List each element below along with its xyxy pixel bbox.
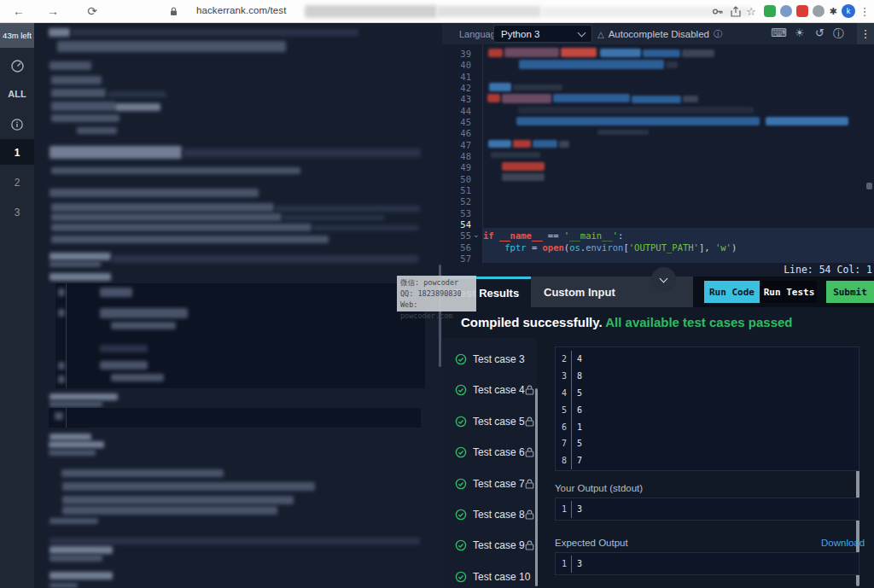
blurred-text-block (57, 41, 286, 52)
blurred-text-block (66, 283, 67, 388)
blurred-text-block (50, 401, 102, 407)
test-results-panel: Compiled successfully. All available tes… (442, 307, 874, 588)
run-tests-button[interactable]: Run Tests (761, 281, 817, 303)
browser-menu-icon[interactable]: ⋮ (859, 0, 871, 22)
language-select[interactable]: Python 3 (493, 25, 592, 43)
blurred-text-block (62, 482, 315, 491)
blurred-text-block (62, 496, 294, 504)
url-text[interactable]: hackerrank.com/test (196, 5, 286, 15)
language-value: Python 3 (501, 29, 539, 39)
blurred-text-block (50, 555, 102, 562)
blurred-text-block (55, 412, 63, 420)
test-case-row[interactable]: Test case 9 (442, 531, 537, 560)
testlist-scrollbar[interactable] (535, 388, 538, 586)
submit-button[interactable]: Submit (826, 281, 874, 303)
row-line-number: 3 (556, 368, 572, 385)
gutter-line-number: 47 (442, 140, 471, 151)
code-token: if (483, 230, 499, 241)
test-case-row[interactable]: Test case 8 (442, 500, 537, 529)
bookmark-star-icon[interactable]: ☆ (744, 0, 758, 22)
test-case-label: Test case 7 (473, 478, 525, 490)
reload-icon[interactable]: ⟳ (84, 0, 101, 22)
expected-output-box[interactable]: 13 (555, 552, 859, 575)
run-code-button[interactable]: Run Code (704, 281, 760, 303)
extension-icon[interactable] (796, 5, 808, 17)
key-icon[interactable] (710, 0, 724, 22)
question-tab-1[interactable]: 1 (0, 147, 34, 159)
gutter-line-number: 45 (442, 117, 471, 128)
blurred-text-block (111, 374, 164, 381)
help-icon[interactable]: ⓘ (833, 26, 844, 42)
row-value: 4 (572, 354, 582, 364)
extension-pin-icon[interactable]: ✱ (827, 0, 839, 22)
passed-text: All available test cases passed (605, 315, 792, 329)
back-icon[interactable]: ← (10, 0, 27, 22)
blurred-code-segment (502, 173, 545, 181)
blurred-text-block (51, 203, 274, 212)
blurred-text-block (183, 148, 421, 157)
question-tab-2[interactable]: 2 (0, 177, 34, 189)
forward-icon[interactable]: → (44, 0, 61, 22)
test-case-row[interactable]: Test case 7 (442, 469, 537, 498)
editor-menu-icon[interactable]: ⋮ (857, 23, 874, 44)
blurred-text-block (50, 583, 78, 588)
gutter-line-number: 55 (442, 230, 471, 242)
question-tab-3[interactable]: 3 (0, 207, 34, 218)
test-case-row[interactable]: Test case 4 (442, 376, 537, 405)
blurred-text-block (58, 376, 65, 383)
fold-chevron-icon[interactable]: ⌄ (473, 230, 480, 239)
blurred-code-segment (513, 140, 531, 148)
code-editor[interactable]: ⌄ 39404142434445464748495051525354555657… (442, 44, 874, 277)
theme-brightness-icon[interactable]: ☀ (795, 26, 805, 39)
extension-icon[interactable] (780, 5, 792, 17)
test-case-row[interactable]: Test case 3 (442, 345, 537, 374)
extension-icon[interactable] (764, 5, 776, 17)
blurred-text-block (100, 308, 188, 318)
test-case-row[interactable]: Test case 10 (442, 562, 537, 588)
blurred-code-segment (502, 162, 545, 171)
profile-avatar[interactable]: k (842, 4, 855, 18)
problem-statement-panel[interactable] (34, 23, 442, 588)
check-circle-icon (455, 539, 467, 551)
blurred-text-block (51, 76, 102, 84)
your-output-box[interactable]: 13 (555, 498, 859, 521)
chevron-down-icon (578, 28, 586, 37)
blurred-text-block (66, 408, 67, 428)
gutter-line-number: 49 (442, 162, 471, 173)
test-case-row[interactable]: Test case 6 (442, 438, 537, 467)
blurred-text-block (50, 61, 91, 70)
gauge-icon[interactable] (0, 59, 34, 73)
blurred-text-block (50, 253, 111, 260)
history-icon[interactable]: ↺ (815, 26, 824, 39)
code-token: fptr (483, 242, 527, 253)
test-case-row[interactable]: Test case 5 (442, 407, 537, 436)
gutter-line-number: 40 (442, 60, 471, 71)
blurred-text-block (51, 213, 282, 221)
rail-all-label[interactable]: ALL (0, 89, 34, 99)
blurred-code-segment (766, 117, 848, 125)
tab-custom-input[interactable]: Custom Input (544, 277, 615, 307)
blurred-text-block (50, 146, 182, 159)
testcase-input-box[interactable]: 24384556617587 (555, 346, 859, 471)
row-value: 7 (572, 456, 582, 465)
row-value: 3 (572, 559, 582, 568)
editor-scrollbar[interactable] (866, 183, 872, 189)
lock-icon (525, 447, 534, 457)
extension-icon[interactable] (813, 5, 824, 17)
test-case-label: Test case 6 (473, 446, 525, 458)
lock-icon (525, 385, 534, 395)
row-value: 6 (572, 405, 582, 415)
expected-output-row: 13 (556, 556, 859, 573)
row-line-number: 8 (556, 452, 572, 469)
download-link[interactable]: Download (821, 538, 865, 548)
check-circle-icon (455, 509, 467, 521)
row-line-number: 6 (556, 418, 572, 435)
code-token: , (704, 242, 715, 253)
info-icon[interactable] (0, 118, 34, 131)
share-icon[interactable] (729, 0, 743, 22)
keyboard-shortcuts-icon[interactable]: ⌨ (771, 26, 787, 39)
code-token: 'w' (715, 242, 731, 253)
collapse-panel-button[interactable] (651, 267, 676, 292)
check-circle-icon (455, 384, 467, 396)
blurred-code-segment (489, 83, 511, 91)
